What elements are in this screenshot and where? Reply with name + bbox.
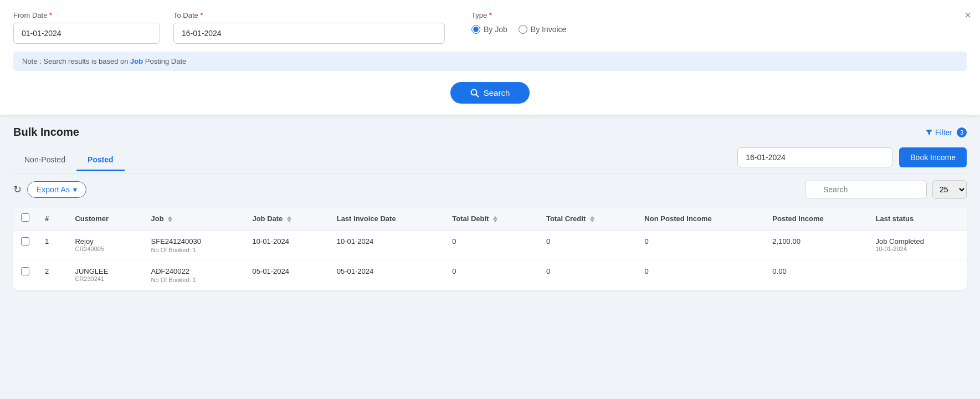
cell-customer: Rejoy CR240005 [67,231,143,260]
select-all-checkbox[interactable] [21,213,29,222]
note-bar: Note : Search results is based on Job Po… [13,52,967,71]
from-date-input[interactable] [13,23,160,44]
svg-line-1 [476,94,478,96]
job-sort-icon [168,216,172,222]
tab-posted[interactable]: Posted [76,150,125,171]
bulk-income-header: Bulk Income Filter 3 [13,126,967,139]
th-job-date: Job Date [244,207,329,231]
th-total-credit: Total Credit [538,207,637,231]
cell-total-debit: 0 [444,231,538,260]
tabs-and-book-row: Non-Posted Posted Book Income [13,147,967,173]
toolbar-left: ↻ Export As ▾ [13,181,86,198]
table-search-wrapper [805,181,927,198]
page-size-select[interactable]: 25 50 100 [932,180,967,199]
cell-total-debit: 0 [444,260,538,290]
cell-non-posted-income: 0 [637,231,764,260]
cell-posted-income: 2,100.00 [764,231,868,260]
type-group: Type * By Job By Invoice [471,11,566,34]
main-table: # Customer Job Job Date Last Invoice Dat… [13,207,967,290]
by-job-radio-label[interactable]: By Job [471,25,507,34]
chevron-down-icon: ▾ [73,185,77,194]
book-income-date-input[interactable] [737,147,892,167]
cell-num: 2 [37,260,67,290]
tab-non-posted[interactable]: Non-Posted [13,150,76,171]
cell-last-status [868,260,967,290]
cell-non-posted-income: 0 [637,260,764,290]
cell-job: SFE241240030 No Of Booked: 1 [143,231,245,260]
refresh-button[interactable]: ↻ [13,183,22,196]
from-date-group: From Date * [13,11,160,44]
table-row: 2 JUNGLEE CR230241 ADF240022 No Of Booke… [13,260,967,290]
row-checkbox[interactable] [21,267,29,275]
cell-last-status: Job Completed 10-01-2024 [868,231,967,260]
filter-button[interactable]: Filter 3 [925,127,967,137]
th-customer: Customer [67,207,143,231]
close-button[interactable]: × [964,9,971,22]
cell-last-invoice-date: 05-01-2024 [329,260,445,290]
cell-total-credit: 0 [538,231,637,260]
total-debit-sort-icon [493,216,497,222]
from-date-label: From Date * [13,11,160,19]
to-date-input[interactable] [173,23,445,44]
cell-num: 1 [37,231,67,260]
cell-job-date: 10-01-2024 [244,231,329,260]
table-search-input[interactable] [805,181,927,198]
th-posted-income: Posted Income [764,207,868,231]
export-button[interactable]: Export As ▾ [27,181,86,198]
type-label: Type * [471,11,566,19]
cell-checkbox [13,260,37,290]
table-row: 1 Rejoy CR240005 SFE241240030 No Of Book… [13,231,967,260]
filter-icon [925,129,933,136]
to-date-label: To Date * [173,11,445,19]
th-num: # [37,207,67,231]
search-button[interactable]: Search [450,82,530,104]
cell-job: ADF240022 No Of Booked: 1 [143,260,245,290]
th-last-invoice-date: Last Invoice Date [329,207,445,231]
tabs: Non-Posted Posted [13,150,125,171]
th-total-debit: Total Debit [444,207,538,231]
by-invoice-radio-label[interactable]: By Invoice [519,25,567,34]
by-invoice-radio[interactable] [519,25,527,34]
search-icon [470,89,479,98]
cell-posted-income: 0.00 [764,260,868,290]
cell-job-date: 05-01-2024 [244,260,329,290]
row-checkbox[interactable] [21,237,29,245]
main-content: Bulk Income Filter 3 Non-Posted Posted B… [0,115,980,301]
th-non-posted-income: Non Posted Income [637,207,764,231]
cell-total-credit: 0 [538,260,637,290]
to-date-group: To Date * [173,11,445,44]
th-job: Job [143,207,245,231]
job-date-sort-icon [287,216,291,222]
th-checkbox [13,207,37,231]
total-credit-sort-icon [590,216,594,222]
page-title: Bulk Income [13,126,79,139]
cell-checkbox [13,231,37,260]
toolbar-row: ↻ Export As ▾ 25 50 100 [13,180,967,199]
book-income-button[interactable]: Book Income [899,147,967,167]
cell-customer: JUNGLEE CR230241 [67,260,143,290]
book-income-row: Book Income [737,147,967,173]
toolbar-right: 25 50 100 [805,180,967,199]
top-panel: × From Date * To Date * Type * [0,0,980,115]
th-last-status: Last status [868,207,967,231]
cell-last-invoice-date: 10-01-2024 [329,231,445,260]
by-job-radio[interactable] [471,25,480,34]
